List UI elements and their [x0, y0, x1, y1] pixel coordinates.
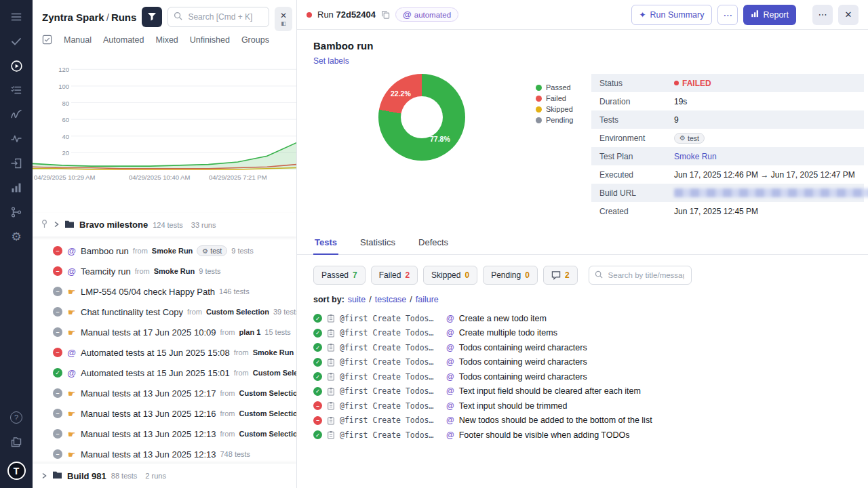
- test-row[interactable]: ✓@first Create Todos…@Todos containing w…: [313, 340, 852, 355]
- test-row[interactable]: ✓@first Create Todos…@Todos containing w…: [313, 369, 852, 384]
- test-status-passed-icon: ✓: [313, 372, 322, 381]
- test-search-input[interactable]: [607, 270, 686, 280]
- run-list-item[interactable]: –☛Manual tests at 13 Jun 2025 12:16fromC…: [33, 403, 296, 424]
- test-row[interactable]: ✓@first Create Todos…@Create a new todo …: [313, 311, 852, 326]
- global-search[interactable]: [167, 7, 269, 27]
- help-icon[interactable]: ?: [5, 406, 28, 429]
- redacted-build-url: [674, 188, 868, 197]
- left-tab-unfinished[interactable]: Unfinished: [190, 35, 230, 45]
- test-row[interactable]: –@first Create Todos…@Text input should …: [313, 399, 852, 413]
- build-folder-row[interactable]: Build 981 88 tests 2 runs: [33, 464, 296, 488]
- sort-by-suite[interactable]: suite: [348, 295, 366, 304]
- chevron-right-icon[interactable]: [53, 220, 60, 230]
- global-search-input[interactable]: [186, 12, 263, 22]
- test-row[interactable]: ✓@first Create Todos…@Footer should be v…: [313, 428, 852, 443]
- from-plan-name: Custom Selection: [253, 369, 296, 377]
- gear-icon: ⚙: [679, 134, 686, 142]
- report-label: Report: [763, 10, 789, 20]
- settings-icon[interactable]: ⚙: [5, 225, 28, 248]
- run-name: Manual tests at 13 Jun 2025 12:13: [81, 429, 216, 439]
- run-status-neutral-icon: –: [53, 287, 62, 296]
- copy-run-id-button[interactable]: [381, 10, 390, 19]
- run-list-item[interactable]: –@Bamboo runfromSmoke Run⚙test9 tests: [33, 241, 296, 261]
- automated-badge[interactable]: @ automated: [395, 7, 458, 22]
- chevron-right-icon[interactable]: [41, 471, 47, 481]
- run-name: Automated tests at 15 Jun 2025 15:08: [81, 348, 230, 358]
- clipboard-icon: [327, 387, 335, 396]
- build-runs-count: 2 runs: [145, 472, 166, 480]
- menu-icon[interactable]: [5, 5, 28, 28]
- left-tab-manual[interactable]: Manual: [64, 35, 92, 45]
- run-type-automated-icon: @: [66, 267, 77, 276]
- signature-icon[interactable]: [5, 103, 28, 126]
- test-row[interactable]: ✓@first Create Todos…@Todos containing w…: [313, 355, 852, 370]
- analytics-icon[interactable]: [5, 176, 28, 199]
- from-plan-name: plan 1: [239, 328, 260, 336]
- search-icon: [595, 270, 603, 281]
- run-status-failed-icon: –: [53, 246, 62, 256]
- projects-icon[interactable]: [5, 430, 28, 453]
- run-status-neutral-icon: –: [53, 409, 62, 418]
- left-tab-groups[interactable]: Groups: [241, 35, 269, 45]
- filter-button[interactable]: [142, 7, 162, 27]
- test-status-passed-icon: ✓: [313, 314, 322, 323]
- run-name: Manual tests at 17 Jun 2025 10:09: [81, 327, 216, 338]
- branches-icon[interactable]: [5, 201, 28, 224]
- pulse-icon[interactable]: [5, 127, 28, 150]
- filter-chip-skipped[interactable]: Skipped0: [423, 266, 477, 285]
- more-actions-button[interactable]: ⋯: [812, 5, 833, 25]
- tests-icon[interactable]: [5, 30, 28, 53]
- run-meta: 146 tests: [219, 287, 250, 296]
- set-labels-link[interactable]: Set labels: [313, 56, 349, 66]
- from-plan-name: Custom Selection: [239, 430, 296, 438]
- run-type-manual-icon: ☛: [66, 409, 77, 418]
- filter-chip-pending[interactable]: Pending0: [483, 266, 538, 285]
- test-row[interactable]: –@first Create Todos…@New todos should b…: [313, 413, 852, 428]
- run-list-item[interactable]: –@Teamcity runfromSmoke Run9 tests: [33, 261, 296, 281]
- trend-ytick: 40: [53, 133, 69, 140]
- test-search[interactable]: [589, 266, 692, 285]
- launch-icon[interactable]: [5, 152, 28, 175]
- checklist-icon: [42, 35, 52, 45]
- run-list-item[interactable]: –☛Manual tests at 13 Jun 2025 12:13748 t…: [33, 444, 296, 464]
- report-button[interactable]: Report: [743, 5, 796, 25]
- filter-chip-passed[interactable]: Passed7: [313, 266, 366, 285]
- test-row[interactable]: ✓@first Create Todos…@Text input field s…: [313, 384, 852, 399]
- runs-icon[interactable]: [5, 54, 28, 77]
- detail-value: [674, 188, 868, 197]
- run-summary-button[interactable]: ✦ Run Summary: [631, 5, 713, 25]
- filter-chip-failed[interactable]: Failed2: [371, 266, 418, 285]
- run-list-item[interactable]: –☛Manual tests at 17 Jun 2025 10:09fromp…: [33, 322, 296, 342]
- comments-filter-chip[interactable]: 2: [543, 266, 578, 285]
- run-meta: 9 tests: [231, 247, 253, 255]
- run-list-item[interactable]: –☛LMP-554 05/04 check Happy Path146 test…: [33, 281, 296, 302]
- test-title: Create a new todo item: [459, 314, 547, 323]
- run-list-item[interactable]: –☛Manual tests at 13 Jun 2025 12:13fromC…: [33, 424, 296, 444]
- test-status-passed-icon: ✓: [313, 387, 322, 396]
- run-list-item[interactable]: –☛Manual tests at 13 Jun 2025 12:17fromC…: [33, 383, 296, 403]
- trend-ytick: 120: [53, 66, 69, 73]
- app-logo-icon[interactable]: T: [7, 462, 26, 480]
- trend-chart-svg: [33, 52, 296, 171]
- tab-tests[interactable]: Tests: [313, 231, 338, 254]
- sort-by-failure[interactable]: failure: [416, 295, 439, 304]
- collapse-panel-button[interactable]: ✕ ◧: [275, 7, 292, 31]
- left-tab-automated[interactable]: Automated: [103, 35, 144, 45]
- sort-by-testcase[interactable]: testcase: [375, 295, 407, 304]
- filter-count: 7: [353, 270, 357, 280]
- run-list-item[interactable]: ✓@Automated tests at 15 Jun 2025 15:01fr…: [33, 363, 296, 383]
- tab-statistics[interactable]: Statistics: [359, 231, 397, 254]
- breadcrumb-project[interactable]: Zyntra Spark: [42, 12, 104, 23]
- run-list-item[interactable]: –☛Chat functinality test CopyfromCustom …: [33, 302, 296, 322]
- run-list-item[interactable]: –@Automated tests at 15 Jun 2025 15:08fr…: [33, 342, 296, 363]
- left-tab-mixed[interactable]: Mixed: [155, 35, 178, 45]
- run-summary-more-button[interactable]: ⋯: [717, 5, 738, 25]
- test-row[interactable]: ✓@first Create Todos…@Create multiple to…: [313, 326, 852, 341]
- tab-defects[interactable]: Defects: [417, 231, 450, 254]
- suites-icon[interactable]: [5, 79, 28, 102]
- test-suite-path: @first Create Todos…: [340, 343, 441, 352]
- test-plan-link[interactable]: Smoke Run: [674, 152, 717, 161]
- close-run-button[interactable]: ✕: [838, 5, 859, 25]
- milestone-row[interactable]: Bravo milestone 124 tests 33 runs: [33, 213, 296, 237]
- clipboard-icon: [327, 314, 335, 323]
